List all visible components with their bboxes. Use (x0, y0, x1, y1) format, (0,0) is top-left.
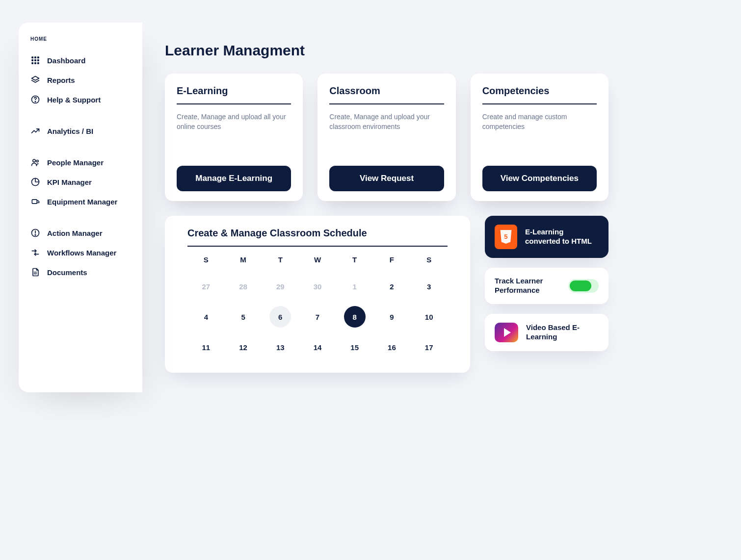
calendar-day-header: T (336, 253, 373, 267)
calendar-day-header: F (373, 253, 411, 267)
card-title: E-Learning (177, 85, 291, 104)
calendar-day[interactable]: 30 (299, 276, 336, 297)
calendar-day[interactable]: 2 (373, 276, 411, 297)
side-card-html[interactable]: 5 E-Learning converted to HTML (485, 216, 609, 258)
side-card-video[interactable]: Video Based E-Learning (485, 314, 609, 351)
calendar-day[interactable]: 17 (410, 336, 448, 358)
side-card-title: Video Based E-Learning (526, 323, 599, 342)
calendar-grid: SMTWTFS272829301234567891011121314151617 (187, 253, 448, 358)
svg-point-12 (33, 159, 35, 162)
svg-marker-9 (32, 76, 39, 80)
calendar-day[interactable]: 14 (299, 336, 336, 358)
svg-point-2 (38, 57, 39, 58)
svg-point-5 (38, 60, 39, 61)
calendar-day[interactable]: 3 (410, 276, 448, 297)
calendar-day[interactable]: 5 (225, 306, 262, 328)
side-cards: 5 E-Learning converted to HTML Track Lea… (485, 216, 609, 351)
side-card-title: E-Learning converted to HTML (525, 228, 599, 246)
page-title: Learner Managment (165, 42, 609, 59)
card-gap (177, 131, 291, 166)
calendar-day[interactable]: 8 (336, 306, 373, 328)
calendar-day-header: T (262, 253, 299, 267)
sidebar-item-label: Dashboard (47, 56, 85, 65)
sidebar-item-label: Analytics / BI (47, 127, 93, 135)
sidebar-item-label: Action Manager (47, 229, 103, 237)
calendar-day-header: W (299, 253, 336, 267)
svg-rect-15 (32, 200, 37, 204)
side-card-track: Track Learner Performance (485, 268, 609, 304)
play-icon (495, 323, 518, 342)
card-row: E-Learning Create, Manage and upload all… (165, 74, 609, 201)
view-request-button[interactable]: View Request (329, 166, 444, 191)
toggle-knob (570, 280, 591, 291)
calendar-day-header: S (187, 253, 225, 267)
alert-circle-icon (30, 228, 40, 238)
track-performance-toggle[interactable] (568, 279, 599, 293)
calendar-day[interactable]: 6 (262, 306, 299, 328)
sidebar-item-help[interactable]: Help & Support (30, 90, 131, 109)
card-desc: Create, Manage and upload all your onlin… (177, 112, 291, 131)
svg-point-3 (32, 60, 33, 61)
calendar-card: Create & Manage Classroom Schedule SMTWT… (165, 216, 470, 373)
people-icon (30, 157, 40, 167)
sidebar-item-equipment[interactable]: Equipment Manager (30, 192, 131, 211)
lower-row: Create & Manage Classroom Schedule SMTWT… (165, 216, 609, 373)
sidebar-spacer (30, 211, 131, 223)
view-competencies-button[interactable]: View Competencies (482, 166, 597, 191)
app-shell: HOME Dashboard Reports Help & Support A (19, 23, 623, 392)
layers-icon (30, 75, 40, 85)
calendar-day[interactable]: 7 (299, 306, 336, 328)
card-title: Classroom (329, 85, 444, 104)
sidebar-item-kpi[interactable]: KPI Manager (30, 172, 131, 192)
pie-icon (30, 177, 40, 187)
calendar-day[interactable]: 12 (225, 336, 262, 358)
card-title: Competencies (482, 85, 597, 104)
calendar-day[interactable]: 10 (410, 306, 448, 328)
sidebar-item-dashboard[interactable]: Dashboard (30, 51, 131, 70)
calendar-day[interactable]: 28 (225, 276, 262, 297)
svg-point-1 (35, 57, 36, 58)
calendar-day-header: M (225, 253, 262, 267)
card-competencies: Competencies Create and manage custom co… (471, 74, 609, 201)
calendar-day[interactable]: 15 (336, 336, 373, 358)
calendar-day[interactable]: 11 (187, 336, 225, 358)
card-gap (329, 131, 444, 166)
sidebar-item-label: Help & Support (47, 96, 101, 104)
manage-elearning-button[interactable]: Manage E-Learning (177, 166, 291, 191)
sidebar-item-analytics[interactable]: Analytics / BI (30, 121, 131, 141)
svg-point-8 (38, 63, 39, 64)
sidebar-section-label: HOME (30, 36, 131, 42)
svg-point-4 (35, 60, 36, 61)
calendar-day-header: S (410, 253, 448, 267)
sidebar-item-action[interactable]: Action Manager (30, 223, 131, 243)
html5-icon: 5 (495, 225, 517, 249)
sidebar-item-label: Reports (47, 76, 75, 84)
card-classroom: Classroom Create, Manage and upload your… (318, 74, 455, 201)
sidebar-item-label: Equipment Manager (47, 198, 117, 206)
card-gap (482, 131, 597, 166)
workflow-icon (30, 248, 40, 257)
calendar-day[interactable]: 13 (262, 336, 299, 358)
calendar-day[interactable]: 1 (336, 276, 373, 297)
card-elearning: E-Learning Create, Manage and upload all… (165, 74, 303, 201)
card-desc: Create and manage custom competencies (482, 112, 597, 131)
sidebar-item-documents[interactable]: Documents (30, 262, 131, 282)
calendar-day[interactable]: 29 (262, 276, 299, 297)
calendar-day[interactable]: 4 (187, 306, 225, 328)
sidebar-item-reports[interactable]: Reports (30, 70, 131, 90)
calendar-day[interactable]: 9 (373, 306, 411, 328)
sidebar-item-workflows[interactable]: Workflows Manager (30, 243, 131, 262)
calendar-day[interactable]: 16 (373, 336, 411, 358)
sidebar-item-label: Workflows Manager (47, 249, 116, 257)
sidebar-item-people[interactable]: People Manager (30, 153, 131, 172)
sidebar-item-label: Documents (47, 268, 87, 277)
grid-dots-icon (30, 55, 40, 65)
sidebar-item-label: People Manager (47, 158, 104, 167)
calendar-day[interactable]: 27 (187, 276, 225, 297)
sidebar-item-label: KPI Manager (47, 178, 92, 186)
sidebar: HOME Dashboard Reports Help & Support A (19, 23, 142, 392)
main-content: Learner Managment E-Learning Create, Man… (142, 23, 623, 392)
svg-point-0 (32, 57, 33, 58)
svg-point-13 (36, 160, 38, 162)
svg-text:5: 5 (504, 233, 507, 240)
